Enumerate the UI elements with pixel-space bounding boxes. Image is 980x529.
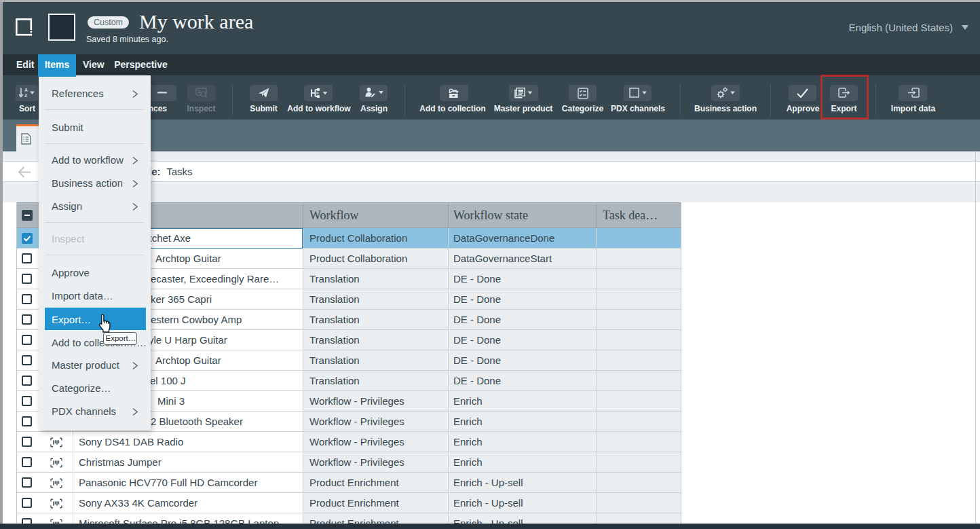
svg-text:A: A xyxy=(24,88,28,92)
svg-text:Z: Z xyxy=(24,93,28,98)
